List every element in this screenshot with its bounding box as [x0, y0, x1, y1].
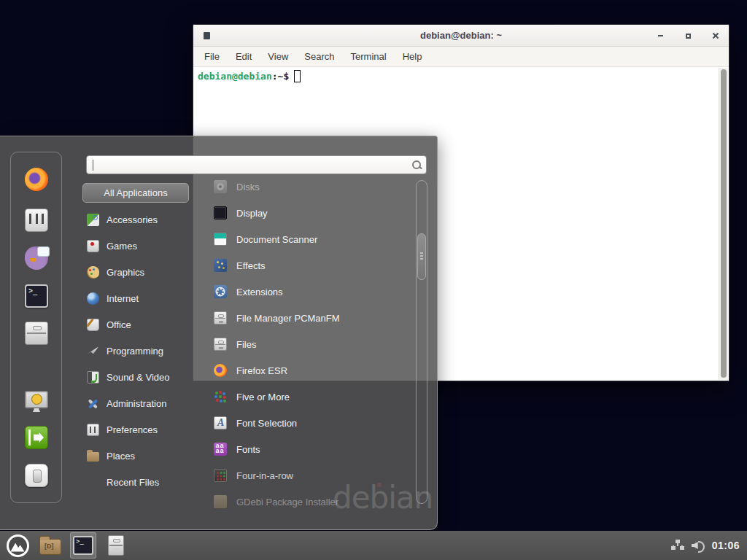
menu-search[interactable]: Search: [302, 50, 336, 63]
pcmanfm-icon: [214, 311, 227, 324]
menu-file[interactable]: File: [202, 50, 222, 63]
category-office[interactable]: Office: [82, 311, 199, 338]
category-programming[interactable]: Programming: [82, 338, 199, 364]
terminal-cursor: [294, 70, 301, 82]
terminal-window-title: debian@debian: ~: [193, 30, 729, 41]
volume-icon[interactable]: [692, 540, 705, 551]
close-button[interactable]: [710, 30, 721, 42]
lock-screen-icon[interactable]: [25, 391, 48, 408]
shell-prompt: debian@debian:~$: [193, 67, 729, 85]
application-menu: All Applications Accessories Games Graph…: [0, 136, 438, 530]
taskbar-file-manager-button[interactable]: [103, 532, 129, 559]
fonts-icon: [214, 443, 227, 456]
category-list: All Applications Accessories Games Graph…: [82, 180, 199, 495]
app-item-disks[interactable]: Disks: [206, 174, 415, 200]
gdebi-icon: [214, 495, 227, 508]
app-item-gdebi-package-installer[interactable]: GDebi Package Installer: [206, 489, 415, 515]
category-administration[interactable]: Administration: [82, 390, 199, 416]
app-item-effects[interactable]: Effects: [206, 252, 415, 279]
application-list: Disks Display Document Scanner Effects E…: [206, 174, 415, 515]
administration-icon: [87, 397, 99, 410]
logout-icon[interactable]: [25, 426, 48, 449]
category-preferences[interactable]: Preferences: [82, 416, 199, 443]
scrollbar-grip: [420, 252, 423, 254]
files-icon: [214, 338, 227, 351]
app-item-four-in-a-row[interactable]: Four-in-a-row: [206, 462, 415, 489]
network-icon[interactable]: [671, 540, 684, 551]
maximize-button[interactable]: [682, 30, 694, 42]
terminal-menubar: File Edit View Search Terminal Help: [193, 47, 729, 67]
search-icon: [411, 160, 422, 170]
four-in-a-row-icon: [214, 469, 227, 482]
five-or-more-icon: [214, 390, 227, 403]
office-icon: [87, 319, 99, 331]
taskbar: 01:06: [0, 531, 747, 560]
font-selection-icon: [214, 416, 227, 429]
app-item-files[interactable]: Files: [206, 331, 415, 357]
app-item-five-or-more[interactable]: Five or More: [206, 384, 415, 410]
extensions-icon: [214, 285, 227, 298]
menu-logo-icon: [7, 534, 29, 557]
terminal-scrollbar[interactable]: [719, 68, 728, 380]
taskbar-terminal-button[interactable]: [70, 532, 96, 559]
menu-button[interactable]: [4, 532, 31, 559]
app-item-firefox-esr[interactable]: Firefox ESR: [206, 357, 415, 384]
category-internet[interactable]: Internet: [82, 285, 199, 311]
graphics-icon: [87, 266, 99, 279]
app-item-display[interactable]: Display: [206, 200, 415, 226]
file-manager-icon[interactable]: [25, 322, 48, 345]
app-item-file-manager-pcmanfm[interactable]: File Manager PCManFM: [206, 305, 415, 331]
terminal-titlebar[interactable]: debian@debian: ~: [193, 25, 729, 47]
category-places[interactable]: Places: [82, 443, 199, 469]
disks-icon: [214, 180, 227, 193]
shutdown-icon[interactable]: [25, 464, 48, 487]
terminal-icon[interactable]: [25, 284, 48, 308]
display-icon: [214, 206, 227, 219]
effects-icon: [214, 259, 227, 272]
menu-edit[interactable]: Edit: [233, 50, 254, 63]
terminal-task-icon: [73, 536, 93, 555]
minimize-button[interactable]: [654, 30, 666, 42]
app-list-scrollbar-thumb[interactable]: [417, 233, 426, 280]
desktop: debian debian@debian: ~ File Edit View S…: [0, 0, 747, 560]
favorites-panel: [10, 152, 62, 503]
menu-help[interactable]: Help: [400, 50, 425, 63]
file-manager-task-icon: [108, 535, 124, 556]
search-input[interactable]: [93, 158, 411, 172]
prompt-path: :~$: [272, 71, 289, 82]
category-accessories[interactable]: Accessories: [82, 206, 199, 233]
prompt-user: debian@debian: [198, 71, 272, 82]
category-games[interactable]: Games: [82, 233, 199, 259]
programming-icon: [87, 345, 99, 357]
menu-search-bar[interactable]: [86, 155, 427, 174]
games-icon: [87, 240, 99, 252]
pidgin-icon[interactable]: [25, 246, 48, 270]
category-recent-files[interactable]: Recent Files: [82, 469, 199, 495]
folder-icon: [39, 539, 61, 555]
app-item-extensions[interactable]: Extensions: [206, 279, 415, 305]
terminal-scrollbar-thumb[interactable]: [721, 69, 727, 378]
places-icon: [87, 452, 99, 462]
system-tray: 01:06: [671, 540, 747, 551]
internet-icon: [87, 292, 99, 305]
control-center-icon[interactable]: [25, 209, 48, 232]
document-scanner-icon: [214, 233, 227, 246]
app-item-fonts[interactable]: Fonts: [206, 436, 415, 462]
menu-view[interactable]: View: [266, 50, 290, 63]
clock[interactable]: 01:06: [712, 540, 740, 551]
menu-terminal[interactable]: Terminal: [349, 50, 389, 63]
app-item-document-scanner[interactable]: Document Scanner: [206, 226, 415, 252]
app-list-scrollbar[interactable]: [416, 180, 427, 504]
category-all-applications[interactable]: All Applications: [82, 183, 189, 203]
accessories-icon: [87, 214, 99, 226]
sound-video-icon: [87, 371, 99, 384]
app-item-font-selection[interactable]: Font Selection: [206, 410, 415, 436]
preferences-icon: [87, 424, 99, 436]
firefox-esr-icon: [214, 364, 227, 377]
category-sound-video[interactable]: Sound & Video: [82, 364, 199, 390]
firefox-icon[interactable]: [25, 168, 48, 191]
desktop-folder-button[interactable]: [37, 532, 63, 559]
category-graphics[interactable]: Graphics: [82, 259, 199, 285]
